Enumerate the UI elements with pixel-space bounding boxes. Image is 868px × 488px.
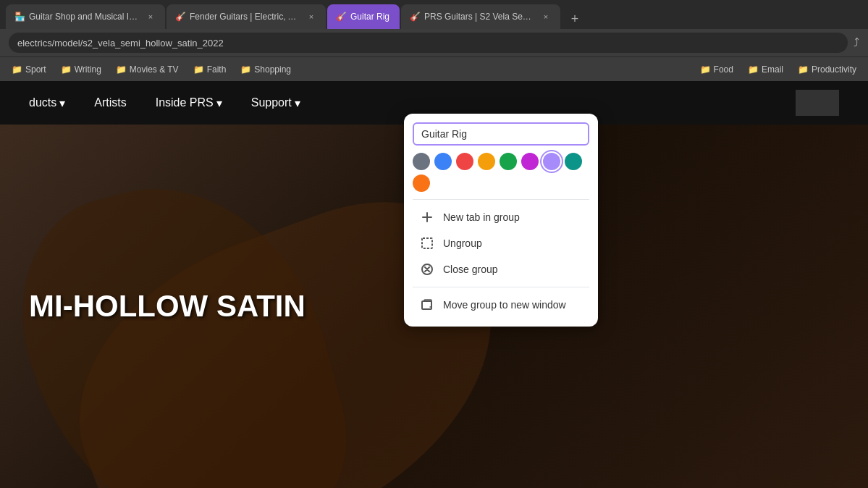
folder-icon-movies: 📁 xyxy=(116,64,127,75)
nav-artists[interactable]: Artists xyxy=(94,96,126,109)
bookmark-label-writing: Writing xyxy=(75,64,101,75)
swatch-pink[interactable] xyxy=(521,153,539,170)
menu-item-close-group[interactable]: Close group xyxy=(413,256,589,282)
menu-item-new-tab[interactable]: New tab in group xyxy=(413,204,589,230)
bookmark-productivity[interactable]: 📁 Productivity xyxy=(792,62,862,77)
tab-guitar-shop[interactable]: 🏪 Guitar Shop and Musical Instrum... × xyxy=(6,4,165,29)
folder-icon-faith: 📁 xyxy=(193,64,204,75)
swatch-green[interactable] xyxy=(500,153,517,170)
tab-prs[interactable]: 🎸 PRS Guitars | S2 Vela Semi-Hollo... × xyxy=(401,4,560,29)
swatch-yellow[interactable] xyxy=(478,153,495,170)
bookmark-shopping[interactable]: 📁 Shopping xyxy=(235,62,297,77)
menu-label-move-window: Move group to new window xyxy=(443,299,566,311)
bookmark-label-productivity: Productivity xyxy=(812,64,856,75)
nav-arrow-inside-prs: ▾ xyxy=(216,96,222,110)
site-search-box[interactable] xyxy=(796,90,839,116)
tab-favicon-1: 🏪 xyxy=(14,12,25,22)
bookmark-label-food: Food xyxy=(714,64,733,75)
bookmark-email[interactable]: 📁 Email xyxy=(742,62,789,77)
nav-label-support: Support xyxy=(251,96,292,109)
menu-label-ungroup: Ungroup xyxy=(443,237,482,249)
nav-inside-prs[interactable]: Inside PRS ▾ xyxy=(156,96,222,110)
menu-label-close-group: Close group xyxy=(443,264,498,275)
folder-icon-writing: 📁 xyxy=(61,64,72,75)
bookmark-food[interactable]: 📁 Food xyxy=(694,62,739,77)
tab-title-2: Fender Guitars | Electric, Acousti... xyxy=(190,12,301,22)
bookmark-label-faith: Faith xyxy=(207,64,227,75)
folder-icon-productivity: 📁 xyxy=(798,64,809,75)
address-bar-row: electrics/model/s2_vela_semi_hollow_sati… xyxy=(0,29,868,56)
address-bar[interactable]: electrics/model/s2_vela_semi_hollow_sati… xyxy=(9,33,848,53)
swatch-grey[interactable] xyxy=(413,153,430,170)
bookmark-sport[interactable]: 📁 Sport xyxy=(6,62,52,77)
plus-icon xyxy=(420,210,434,224)
folder-icon-shopping: 📁 xyxy=(240,64,251,75)
folder-icon-email: 📁 xyxy=(748,64,759,75)
bookmark-label-shopping: Shopping xyxy=(254,64,291,75)
nav-label-artists: Artists xyxy=(94,96,126,109)
bookmark-faith[interactable]: 📁 Faith xyxy=(187,62,232,77)
tab-fender[interactable]: 🎸 Fender Guitars | Electric, Acousti... … xyxy=(167,4,326,29)
share-icon[interactable]: ⤴ xyxy=(854,36,859,49)
tab-favicon-3: 🎸 xyxy=(336,12,346,22)
nav-arrow-products: ▾ xyxy=(59,96,65,110)
tab-close-1[interactable]: × xyxy=(145,11,156,22)
bookmark-label-sport: Sport xyxy=(25,64,46,75)
bookmark-movies[interactable]: 📁 Movies & TV xyxy=(110,62,185,77)
popup-divider-2 xyxy=(413,287,589,287)
tab-favicon-2: 🎸 xyxy=(175,12,185,22)
tab-title-4: PRS Guitars | S2 Vela Semi-Hollo... xyxy=(424,12,536,22)
menu-item-move-window[interactable]: Move group to new window xyxy=(413,292,589,318)
tab-favicon-4: 🎸 xyxy=(410,12,420,22)
browser-window: 🏪 Guitar Shop and Musical Instrum... × 🎸… xyxy=(0,0,868,488)
swatch-teal[interactable] xyxy=(565,153,582,170)
swatch-orange[interactable] xyxy=(413,174,430,192)
close-circle-icon xyxy=(420,262,434,277)
url-text: electrics/model/s2_vela_semi_hollow_sati… xyxy=(17,38,224,49)
swatch-blue[interactable] xyxy=(434,153,452,170)
swatch-purple[interactable] xyxy=(543,153,560,170)
bookmark-label-email: Email xyxy=(762,64,783,75)
group-name-input[interactable] xyxy=(413,122,589,146)
page-content: ducts ▾ Artists Inside PRS ▾ Support ▾ M… xyxy=(0,81,868,488)
nav-support[interactable]: Support ▾ xyxy=(251,96,300,110)
swatch-red[interactable] xyxy=(456,153,473,170)
move-window-icon xyxy=(420,298,434,312)
folder-icon-sport: 📁 xyxy=(12,64,22,75)
bookmark-writing[interactable]: 📁 Writing xyxy=(55,62,107,77)
menu-item-ungroup[interactable]: Ungroup xyxy=(413,230,589,256)
tab-group-popup: New tab in group Ungroup xyxy=(404,114,598,327)
nav-arrow-support: ▾ xyxy=(295,96,300,110)
svg-rect-0 xyxy=(422,238,432,248)
nav-products[interactable]: ducts ▾ xyxy=(29,96,65,110)
tab-title-1: Guitar Shop and Musical Instrum... xyxy=(29,12,140,22)
bookmarks-bar: 📁 Sport 📁 Writing 📁 Movies & TV 📁 Faith … xyxy=(0,56,868,81)
tab-guitar-rig[interactable]: 🎸 Guitar Rig xyxy=(327,4,400,29)
tab-title-3: Guitar Rig xyxy=(350,12,391,22)
menu-label-new-tab: New tab in group xyxy=(443,211,520,223)
tab-bar: 🏪 Guitar Shop and Musical Instrum... × 🎸… xyxy=(0,0,868,29)
bookmark-label-movies: Movies & TV xyxy=(130,64,179,75)
color-swatch-row xyxy=(413,153,589,192)
hero-title: MI-HOLLOW SATIN xyxy=(29,289,306,324)
tab-close-2[interactable]: × xyxy=(306,11,317,22)
new-tab-button[interactable]: + xyxy=(565,9,585,29)
tab-close-4[interactable]: × xyxy=(540,11,552,22)
nav-label-inside-prs: Inside PRS xyxy=(156,96,214,109)
folder-icon-food: 📁 xyxy=(700,64,711,75)
nav-label-products: ducts xyxy=(29,96,56,109)
ungroup-icon xyxy=(420,236,434,251)
popup-divider-1 xyxy=(413,199,589,200)
